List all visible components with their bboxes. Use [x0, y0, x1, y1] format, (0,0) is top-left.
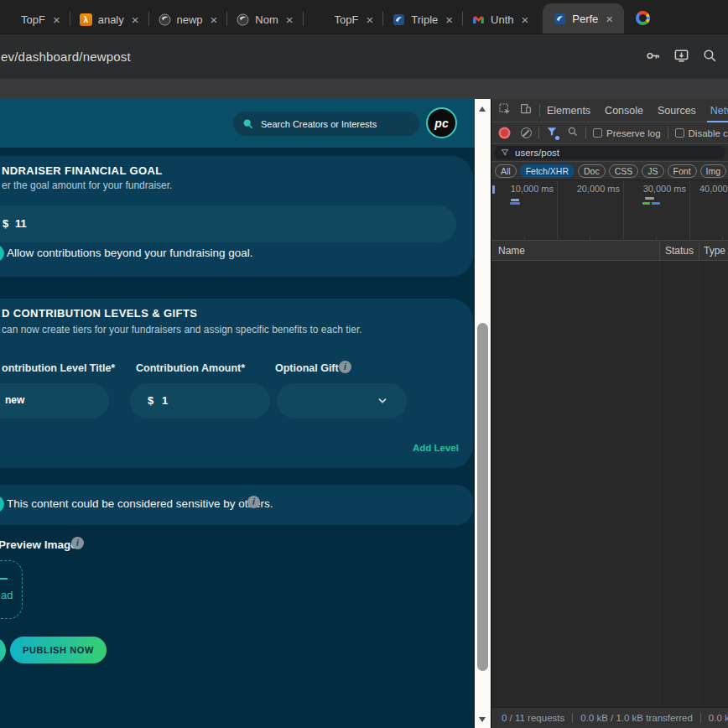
google-g-icon[interactable]: [636, 11, 650, 25]
tab-label: analy: [98, 13, 124, 26]
browser-address-bar[interactable]: ev/dashboard/newpost: [0, 34, 728, 79]
goal-amount-value: 11: [15, 217, 27, 230]
devtools-tab-network[interactable]: Network: [710, 105, 728, 117]
tab-separator: [226, 12, 227, 26]
column-header-name[interactable]: Name: [498, 245, 525, 257]
timeline-tick: [590, 236, 590, 240]
blue-globe-icon: [393, 13, 405, 26]
goal-amount-input[interactable]: [0, 205, 456, 242]
devtools-tab-sources[interactable]: Sources: [658, 105, 696, 117]
toolbar-separator: [585, 127, 586, 139]
chip-doc[interactable]: Doc: [578, 164, 606, 178]
tab-separator: [462, 12, 463, 26]
disable-cache-label: Disable cache: [689, 128, 728, 138]
network-filter-input[interactable]: users/post: [494, 146, 725, 159]
tab-close-icon[interactable]: ×: [286, 13, 294, 26]
requests-table-header: Name Status Type: [491, 241, 728, 261]
chip-js[interactable]: JS: [642, 164, 663, 178]
profile-logo-button[interactable]: pc: [426, 107, 457, 138]
tab-close-icon[interactable]: ×: [445, 13, 453, 26]
transferred-size: 0.0 kB / 1.0 kB transferred: [580, 713, 693, 723]
logo-text: pc: [434, 117, 448, 130]
tab-label: TopF: [21, 13, 45, 26]
chevron-down-icon: [376, 394, 389, 411]
browser-tab-nom[interactable]: Nom ×: [229, 5, 300, 34]
gift-info-icon[interactable]: [339, 361, 351, 373]
filter-funnel-icon[interactable]: [546, 126, 558, 141]
column-divider[interactable]: [659, 241, 660, 260]
preserve-log-checkbox[interactable]: [593, 128, 602, 138]
tab-close-icon[interactable]: ×: [366, 13, 373, 26]
chip-fetch-xhr[interactable]: Fetch/XHR: [520, 164, 575, 178]
browser-tab-newp[interactable]: newp ×: [151, 5, 226, 34]
column-header-status[interactable]: Status: [665, 245, 694, 257]
network-search-icon[interactable]: [567, 126, 579, 141]
tab-close-icon[interactable]: ×: [211, 13, 218, 26]
contribution-title: D CONTRIBUTION LEVELS & GIFTS: [2, 307, 197, 320]
tab-label: Nom: [255, 13, 278, 26]
tab-separator: [303, 12, 304, 26]
publish-label: PUBLISH NOW: [23, 645, 94, 655]
browser-tab-perfe-active[interactable]: Perfe ×: [543, 3, 624, 34]
tab-label: Perfe: [572, 13, 598, 25]
browser-tab-triple[interactable]: Triple ×: [385, 5, 460, 34]
timeline-label-20000: 20,000 ms: [577, 184, 620, 194]
save-draft-button-clipped[interactable]: [0, 637, 6, 664]
status-separator: [572, 713, 573, 723]
record-network-log-icon[interactable]: [501, 129, 508, 137]
search-input[interactable]: Search Creators or Interests: [233, 112, 419, 136]
tab-close-icon[interactable]: ×: [522, 13, 529, 26]
clear-network-log-icon[interactable]: [521, 127, 532, 138]
timeline-tick: [524, 236, 525, 240]
zoom-icon[interactable]: [702, 48, 718, 67]
devtools-tab-console[interactable]: Console: [605, 105, 643, 117]
aws-lambda-icon: λ: [80, 13, 92, 26]
scrollbar-thumb[interactable]: [477, 323, 488, 671]
preview-image-label: Preview Image*: [0, 538, 81, 551]
tab-separator: [148, 12, 149, 26]
scrollbar-down-arrow[interactable]: [479, 717, 486, 722]
status-separator: [700, 713, 701, 723]
request-bar: [642, 202, 650, 205]
screen: TopF × λ analy × newp × Nom × TopF × T: [0, 0, 728, 728]
devtools-tab-elements[interactable]: Elements: [547, 105, 590, 117]
timeline-tick: [722, 236, 723, 240]
device-toolbar-icon[interactable]: [519, 102, 533, 119]
browser-tab-unth[interactable]: Unth ×: [465, 5, 536, 34]
tab-close-icon[interactable]: ×: [606, 13, 613, 25]
upload-label: ad: [1, 589, 13, 601]
chip-img[interactable]: Img: [700, 164, 727, 178]
add-level-link[interactable]: Add Level: [413, 443, 459, 453]
install-icon[interactable]: [673, 48, 689, 67]
tab-close-icon[interactable]: ×: [53, 13, 60, 26]
preview-info-icon[interactable]: [71, 537, 84, 549]
app-header: Search Creators or Interests pc: [0, 99, 475, 148]
level-amount-value: 1: [162, 394, 168, 407]
inspect-element-icon[interactable]: [498, 102, 512, 119]
browser-tab-topf-1[interactable]: TopF ×: [0, 5, 68, 34]
funnel-icon: [501, 148, 509, 157]
disable-cache-checkbox[interactable]: [675, 128, 684, 138]
column-header-type[interactable]: Type: [704, 245, 725, 257]
column-divider[interactable]: [699, 241, 699, 260]
key-icon[interactable]: [645, 48, 661, 67]
gift-column-label: Optional Gift: [275, 362, 339, 374]
requests-table-body: [491, 261, 728, 707]
tab-label: TopF: [335, 13, 359, 26]
request-bar: [652, 202, 660, 205]
browser-tab-topf-2[interactable]: TopF ×: [327, 5, 382, 34]
chip-all[interactable]: All: [495, 164, 517, 178]
browser-tab-analy[interactable]: λ analy ×: [72, 5, 147, 34]
chip-css[interactable]: CSS: [609, 164, 639, 178]
devtools-tab-row: Elements Console Sources Network: [491, 99, 728, 122]
tab-separator: [70, 12, 70, 26]
financial-goal-title: NDRAISER FINANCIAL GOAL: [2, 164, 163, 177]
preserve-log-label: Preserve log: [606, 128, 661, 138]
scrollbar-up-arrow[interactable]: [479, 107, 486, 112]
chip-font[interactable]: Font: [668, 164, 697, 178]
timeline-label-10000: 10,000 ms: [511, 184, 554, 194]
tab-close-icon[interactable]: ×: [132, 13, 139, 26]
column-line: [699, 261, 699, 707]
publish-now-button[interactable]: PUBLISH NOW: [10, 637, 107, 663]
sensitive-info-icon[interactable]: [247, 496, 260, 508]
